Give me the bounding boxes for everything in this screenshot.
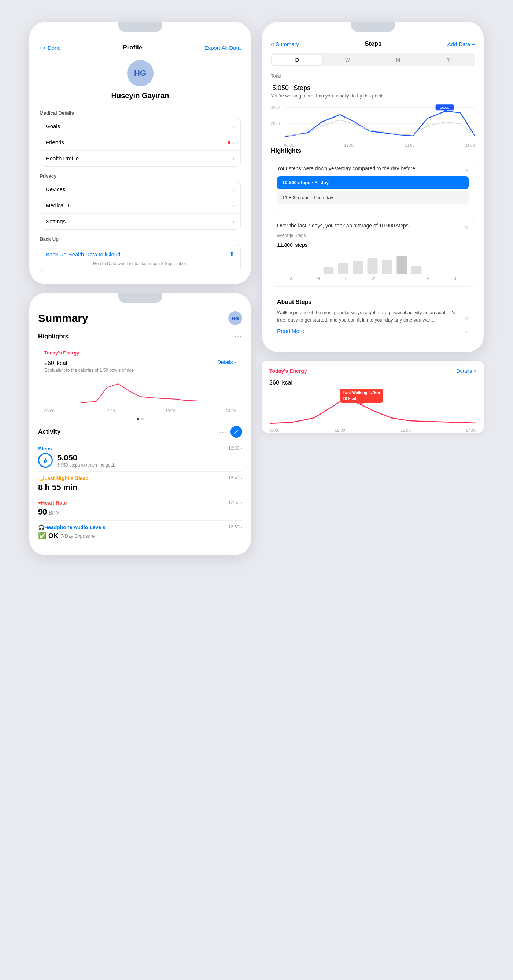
chevron-right-icon: › bbox=[233, 202, 234, 208]
highlight-bar-active: 10.560 steps · Friday bbox=[277, 176, 468, 189]
chevron-left-icon: ‹ bbox=[40, 45, 41, 51]
bar-chart-days: S M T W T F S bbox=[277, 276, 468, 280]
chevron-right-icon: › bbox=[233, 140, 234, 145]
svg-rect-9 bbox=[353, 261, 363, 274]
energy-details-link[interactable]: Details › bbox=[217, 359, 236, 365]
energy-detail-value: 260 kcal bbox=[269, 375, 476, 387]
svg-rect-8 bbox=[338, 263, 349, 274]
dots-indicator bbox=[38, 418, 242, 420]
close-about[interactable]: ✕ bbox=[464, 315, 468, 322]
steps-chart-x-labels: 06:00 12:00 18:00 24:00 bbox=[271, 143, 475, 148]
period-tabs: D W M Y bbox=[271, 54, 475, 66]
heart-label: Heart Rate bbox=[41, 500, 67, 506]
activity-label: Activity bbox=[38, 428, 61, 436]
svg-text:4000: 4000 bbox=[271, 105, 280, 110]
svg-rect-11 bbox=[382, 260, 392, 274]
tooltip-arrow bbox=[360, 403, 363, 405]
sleep-value: 8 h 55 min bbox=[38, 483, 78, 492]
ok-icon: ✅ bbox=[38, 532, 46, 540]
highlight-msg-2: Over the last 7 days, you took an averag… bbox=[277, 222, 410, 230]
headphone-activity-item: 🎧 Headphone Audio Levels 12:50 › ✅ OK 7-… bbox=[38, 521, 242, 544]
chevron-right-icon: › bbox=[233, 186, 234, 192]
profile-screen: ‹ < Done Profile Export All Data HG Huse… bbox=[29, 22, 251, 284]
energy-sub: Equivalent to the calories of 1,50 bowls… bbox=[45, 368, 236, 373]
energy-chart: 06:00 12:00 18:00 24:00 bbox=[45, 377, 236, 406]
devices-menu-item[interactable]: Devices › bbox=[40, 181, 241, 197]
energy-card: Today's Energy 260 kcal Details › Equiva bbox=[38, 345, 242, 411]
profile-title: Profile bbox=[123, 44, 142, 51]
chevron-right-icon: › bbox=[241, 524, 242, 530]
chevron-right-icon: › bbox=[233, 219, 234, 224]
highlights-label: Highlights bbox=[38, 333, 69, 340]
settings-menu-item[interactable]: Settings › bbox=[40, 213, 241, 229]
back-button[interactable]: ‹ < Done bbox=[40, 45, 61, 51]
period-tab-w[interactable]: W bbox=[322, 54, 373, 65]
period-tab-m[interactable]: M bbox=[373, 54, 424, 65]
period-tab-y[interactable]: Y bbox=[423, 54, 474, 65]
steps-label: Steps bbox=[38, 446, 52, 452]
phone-notch bbox=[118, 22, 163, 32]
goals-menu-item[interactable]: Goals › bbox=[40, 118, 241, 134]
add-data-button[interactable]: Add Data + bbox=[448, 41, 475, 47]
sleep-icon: 🌙 bbox=[38, 475, 45, 481]
sleep-label: Last Night's Sleep bbox=[45, 475, 89, 481]
energy-detail-chart-x: 06:00 12:00 18:00 24:00 bbox=[269, 428, 476, 433]
close-highlight-1[interactable]: ✕ bbox=[464, 167, 468, 174]
energy-details-link[interactable]: Details > bbox=[456, 368, 476, 374]
health-profile-menu-item[interactable]: Health Profile › bbox=[40, 151, 241, 166]
svg-rect-10 bbox=[368, 258, 378, 274]
chevron-right-icon: › bbox=[233, 123, 234, 129]
headphone-sub: 7-Day Exposure bbox=[61, 533, 94, 539]
export-button[interactable]: Export All Data bbox=[204, 45, 241, 51]
privacy-menu: Devices › Medical ID › Settings › bbox=[40, 181, 241, 230]
medical-id-menu-item[interactable]: Medical ID › bbox=[40, 197, 241, 213]
headphone-status: OK bbox=[48, 532, 58, 540]
summary-screen: Summary HG Highlights ··· Today's Energy… bbox=[29, 293, 251, 555]
chevron-right-icon: › bbox=[241, 500, 242, 505]
avg-bar-chart bbox=[277, 253, 468, 275]
total-label: Total bbox=[271, 73, 475, 79]
energy-detail-card: Today's Energy Details > 260 kcal Fast W… bbox=[262, 361, 484, 433]
avg-steps-value: 11.800 steps bbox=[277, 239, 468, 249]
activity-more-button[interactable]: ··· bbox=[219, 428, 227, 436]
privacy-section-title: Privacy bbox=[40, 173, 241, 179]
edit-button[interactable] bbox=[231, 426, 242, 438]
steps-value: 5.050 bbox=[57, 453, 115, 463]
heart-unit: BPM bbox=[49, 510, 60, 515]
highlight-bar-inactive: 11.800 steps · Thursday bbox=[277, 191, 468, 204]
svg-text:20:00: 20:00 bbox=[440, 105, 449, 110]
close-highlight-2[interactable]: ✕ bbox=[464, 224, 468, 231]
chevron-right-icon: › bbox=[241, 446, 242, 451]
heart-value: 90 bbox=[38, 507, 47, 516]
read-more-link[interactable]: Read More bbox=[277, 328, 304, 334]
steps-screen: < Summary Steps Add Data + D W M Y Total… bbox=[262, 22, 484, 352]
backup-link[interactable]: Back Up Health Data to iCloud ⬆ bbox=[46, 250, 234, 258]
phone-notch bbox=[118, 293, 163, 303]
svg-rect-13 bbox=[411, 266, 422, 274]
highlight-msg-1: Your steps were down yesterday compared … bbox=[277, 165, 417, 172]
energy-label: Today's Energy bbox=[45, 350, 236, 356]
dot-1 bbox=[137, 418, 139, 420]
steps-sub: You're walking more than you usually do … bbox=[271, 93, 475, 99]
summary-avatar[interactable]: HG bbox=[228, 311, 242, 325]
svg-rect-7 bbox=[323, 267, 334, 274]
summary-header: Summary HG bbox=[38, 311, 242, 325]
heart-activity-item: ♥ Heart Rate 12:50 › 90 BPM bbox=[38, 496, 242, 521]
sleep-activity-item: 🌙 Last Night's Sleep 12:40 › 8 h 55 min bbox=[38, 472, 242, 496]
highlights-more-button[interactable]: ··· bbox=[234, 332, 242, 340]
period-tab-d[interactable]: D bbox=[272, 54, 322, 65]
upload-icon: ⬆ bbox=[229, 250, 234, 258]
expand-icon[interactable]: ⌄ bbox=[464, 328, 468, 334]
energy-tooltip: Fast Walking 0,7km 20 kcal bbox=[340, 388, 383, 403]
friends-menu-item[interactable]: Friends › bbox=[40, 134, 241, 151]
medical-details-section-title: Medical Details bbox=[40, 110, 241, 116]
total-value: 5.050 Steps bbox=[271, 80, 475, 93]
highlights-header: Highlights ··· bbox=[38, 332, 242, 340]
steps-sub: 6,950 steps to reach the goal. bbox=[57, 463, 115, 468]
medical-details-menu: Goals › Friends › Health Profile › bbox=[40, 118, 241, 167]
steps-chart: 4000 2000 20:00 bbox=[271, 103, 475, 140]
activity-icons: ··· bbox=[219, 426, 242, 438]
steps-back-button[interactable]: < Summary bbox=[271, 41, 299, 47]
backup-card: Back Up Health Data to iCloud ⬆ Health D… bbox=[40, 244, 241, 272]
highlights-more-btn[interactable]: ··· bbox=[467, 147, 475, 154]
